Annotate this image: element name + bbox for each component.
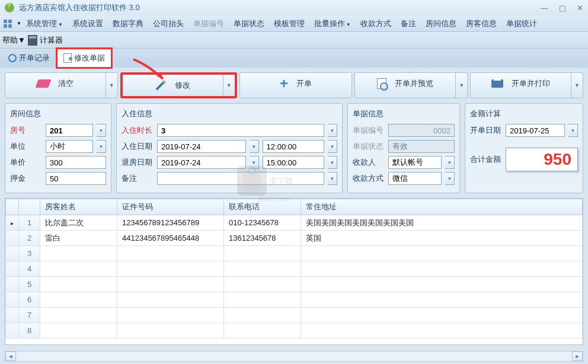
checkout-time-dropdown[interactable]: ▼ (328, 156, 337, 169)
unit-dropdown[interactable]: ▼ (97, 140, 106, 153)
cell-id[interactable] (117, 292, 224, 308)
cell-name[interactable]: 比尔盖二次 (40, 215, 117, 231)
col-addr[interactable]: 常住地址 (301, 199, 583, 215)
table-row[interactable]: 4 (6, 261, 583, 277)
checkin-time-dropdown[interactable]: ▼ (328, 140, 337, 153)
cell-name[interactable] (40, 308, 117, 323)
clear-button[interactable]: 清空 (5, 73, 106, 94)
deposit-input[interactable]: 50 (46, 172, 106, 185)
print-split[interactable]: ▼ (571, 73, 583, 98)
checkout-date-dropdown[interactable]: ▼ (250, 156, 259, 169)
cell-phone[interactable] (224, 292, 301, 308)
col-id[interactable]: 证件号码 (117, 199, 224, 215)
cell-phone[interactable] (224, 323, 301, 339)
scroll-right-button[interactable]: ► (572, 352, 583, 361)
room-no-input[interactable]: 201 (46, 124, 93, 137)
menu-item-2[interactable]: 数据字典 (108, 17, 148, 30)
method-dropdown[interactable]: ▼ (445, 172, 455, 185)
cell-name[interactable]: 雷白 (40, 231, 117, 246)
checkin-time-input[interactable]: 12:00:00 (263, 140, 324, 153)
menu-item-4[interactable]: 单据编号 (188, 17, 229, 30)
cell-phone[interactable] (224, 261, 301, 277)
clear-split[interactable]: ▼ (106, 73, 117, 98)
menu-item-6[interactable]: 模板管理 (269, 17, 309, 30)
cell-name[interactable] (40, 261, 117, 277)
payee-dropdown[interactable]: ▼ (445, 156, 455, 169)
note-dropdown[interactable]: ▼ (328, 172, 337, 185)
col-name[interactable]: 房客姓名 (40, 199, 117, 215)
tab-edit-bill[interactable]: 修改单据 (56, 47, 113, 69)
preview-split[interactable]: ▼ (455, 73, 467, 98)
checkin-date-input[interactable]: 2019-07-24 (157, 140, 246, 153)
menu-item-12[interactable]: 单据统计 (501, 17, 542, 30)
menu-item-3[interactable]: 公司抬头 (148, 17, 188, 30)
cell-id[interactable] (117, 277, 224, 292)
menu-item-10[interactable]: 房间信息 (421, 17, 461, 30)
cell-addr[interactable] (301, 292, 583, 308)
preview-button[interactable]: 开单并预览 (355, 73, 455, 94)
cell-phone[interactable]: 13612345678 (224, 231, 301, 246)
cell-id[interactable] (117, 308, 224, 323)
open-button[interactable]: + 开单 (240, 73, 352, 94)
module-icon[interactable] (2, 18, 13, 29)
menu-item-11[interactable]: 房客信息 (461, 17, 501, 30)
cell-addr[interactable] (301, 323, 583, 339)
bill-date-dropdown[interactable]: ▼ (568, 124, 578, 137)
cell-addr[interactable]: 美国美国美国美国美国美国美国 (301, 215, 583, 231)
cell-phone[interactable]: 010-12345678 (224, 215, 301, 231)
cell-name[interactable] (40, 323, 117, 339)
scroll-track[interactable] (16, 352, 572, 361)
room-no-dropdown[interactable]: ▼ (97, 124, 106, 137)
checkin-date-dropdown[interactable]: ▼ (250, 140, 259, 153)
tab-record[interactable]: 开单记录 (2, 49, 56, 67)
minimize-button[interactable]: — (541, 4, 548, 12)
table-row[interactable]: 7 (6, 308, 583, 323)
cell-name[interactable] (40, 292, 117, 308)
maximize-button[interactable]: ▢ (559, 4, 566, 12)
modify-split[interactable]: ▼ (223, 75, 235, 96)
cell-id[interactable]: 123456789123456789 (117, 215, 224, 231)
scroll-left-button[interactable]: ◄ (5, 352, 16, 361)
calculator-icon[interactable] (28, 35, 37, 46)
cell-addr[interactable] (301, 261, 583, 277)
cell-phone[interactable] (224, 246, 301, 261)
menu-item-9[interactable]: 备注 (396, 17, 421, 30)
table-row[interactable]: 8 (6, 323, 583, 339)
menu-calculator[interactable]: 计算器 (40, 35, 63, 46)
cell-phone[interactable] (224, 308, 301, 323)
horizontal-scrollbar[interactable]: ◄ ► (5, 351, 583, 362)
cell-id[interactable] (117, 323, 224, 339)
cell-name[interactable] (40, 277, 117, 292)
unit-input[interactable]: 小时 (46, 140, 93, 153)
cell-id[interactable] (117, 246, 224, 261)
menu-item-1[interactable]: 系统设置 (68, 17, 108, 30)
cell-addr[interactable]: 英国 (301, 231, 583, 246)
cell-phone[interactable] (224, 277, 301, 292)
menu-item-8[interactable]: 收款方式 (356, 17, 396, 30)
table-row[interactable]: ▸1比尔盖二次123456789123456789010-12345678美国美… (6, 215, 583, 231)
menu-item-0[interactable]: 系统管理▼ (21, 17, 68, 30)
price-input[interactable]: 300 (46, 156, 106, 169)
col-phone[interactable]: 联系电话 (224, 199, 301, 215)
menu-item-7[interactable]: 批量操作▼ (309, 17, 356, 30)
module-dropdown[interactable]: ▼ (17, 21, 21, 26)
cell-addr[interactable] (301, 308, 583, 323)
checkout-date-input[interactable]: 2019-07-24 (157, 156, 246, 169)
cell-name[interactable] (40, 246, 117, 261)
method-input[interactable]: 微信 (388, 172, 442, 185)
menu-help[interactable]: 帮助▼ (2, 35, 25, 46)
print-button[interactable]: 开单并打印 (471, 73, 571, 94)
bill-date-input[interactable]: 2019-07-25 (506, 124, 565, 137)
cell-addr[interactable] (301, 246, 583, 261)
close-button[interactable]: ✕ (577, 4, 583, 12)
cell-id[interactable] (117, 261, 224, 277)
menu-item-5[interactable]: 单据状态 (229, 17, 269, 30)
table-row[interactable]: 3 (6, 246, 583, 261)
cell-id[interactable]: 441234567895465448 (117, 231, 224, 246)
note-input[interactable] (157, 172, 324, 185)
payee-input[interactable]: 默认帐号 (388, 156, 442, 169)
table-row[interactable]: 5 (6, 277, 583, 292)
checkout-time-input[interactable]: 15:00:00 (263, 156, 324, 169)
table-row[interactable]: 6 (6, 292, 583, 308)
duration-input[interactable]: 3 (157, 124, 324, 137)
